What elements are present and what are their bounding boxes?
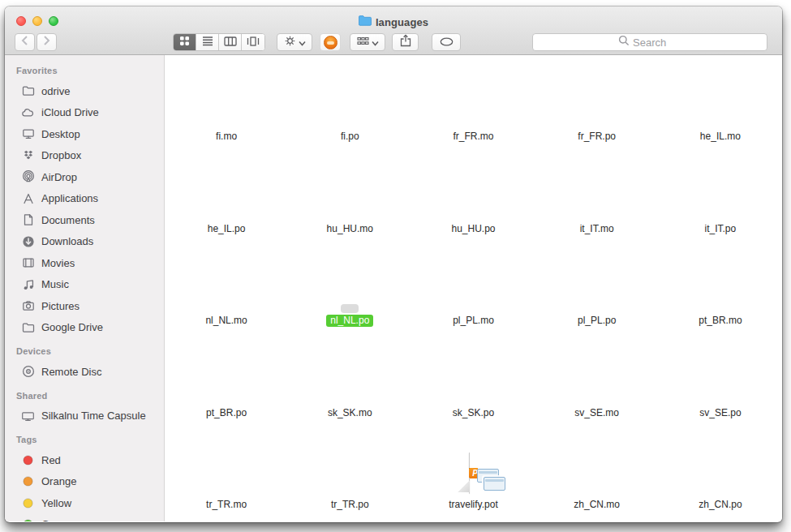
file-item-sv_SE.po[interactable]: À Ю sv_SE.po bbox=[659, 336, 782, 428]
sidebar-item-remote-disc[interactable]: Remote Disc bbox=[5, 361, 164, 383]
window-title-group: languages bbox=[359, 6, 428, 29]
file-item-fr_FR.po[interactable]: À Ю fr_FR.po bbox=[535, 59, 659, 152]
file-item-pt_BR.po[interactable]: À Ю pt_BR.po bbox=[165, 336, 288, 428]
file-item-sk_SK.mo[interactable]: sk_SK.mo bbox=[288, 336, 411, 428]
file-item-it_IT.po[interactable]: À Ю it_IT.po bbox=[659, 152, 782, 244]
sidebar-item-dropbox[interactable]: Dropbox bbox=[5, 145, 164, 167]
sidebar-item-red[interactable]: Red bbox=[5, 449, 164, 471]
file-icon-area bbox=[217, 59, 235, 129]
file-name-label: hu_HU.po bbox=[447, 223, 499, 235]
sidebar-item-orange[interactable]: Orange bbox=[5, 471, 164, 493]
file-icon-area bbox=[464, 59, 482, 129]
sidebar-item-desktop[interactable]: Desktop bbox=[5, 123, 164, 145]
sidebar-item-documents[interactable]: Documents bbox=[5, 209, 164, 231]
icon-view-button[interactable] bbox=[174, 34, 196, 50]
arrange-icon bbox=[357, 35, 369, 49]
sidebar-item-odrive[interactable]: odrive bbox=[5, 80, 164, 102]
file-item-nl_NL.po[interactable]: À Ю nl_NL.po bbox=[288, 243, 411, 336]
icon-box: P bbox=[460, 448, 487, 497]
view-switcher bbox=[173, 33, 265, 51]
sidebar-item-icloud-drive[interactable]: iCloud Drive bbox=[5, 102, 164, 124]
file-item-hu_HU.mo[interactable]: hu_HU.mo bbox=[288, 152, 411, 244]
file-item-sk_SK.po[interactable]: À Ю sk_SK.po bbox=[411, 336, 535, 428]
file-item-tr_TR.po[interactable]: À Ю tr_TR.po bbox=[288, 427, 411, 520]
file-name-label: sk_SK.po bbox=[449, 407, 498, 419]
file-item-tr_TR.mo[interactable]: tr_TR.mo bbox=[165, 427, 288, 520]
icon-box bbox=[711, 304, 729, 313]
file-item-sv_SE.mo[interactable]: sv_SE.mo bbox=[535, 336, 659, 428]
arrange-menu-button[interactable] bbox=[350, 33, 385, 51]
file-item-pt_BR.mo[interactable]: pt_BR.mo bbox=[659, 243, 782, 336]
main-area: FavoritesodriveiCloud DriveDesktopDropbo… bbox=[5, 55, 782, 521]
share-button[interactable] bbox=[392, 33, 419, 51]
orange-app-icon bbox=[324, 36, 337, 49]
file-item-pl_PL.mo[interactable]: pl_PL.mo bbox=[411, 243, 535, 336]
file-icon-area bbox=[588, 152, 606, 221]
file-item-it_IT.mo[interactable]: it_IT.mo bbox=[535, 152, 659, 244]
translation-window-back-icon bbox=[477, 469, 478, 483]
file-item-hu_HU.po[interactable]: À Ю hu_HU.po bbox=[411, 152, 535, 244]
chevron-right-icon bbox=[42, 35, 51, 49]
sidebar-item-music[interactable]: Music bbox=[5, 274, 164, 296]
icon-box bbox=[341, 212, 359, 221]
list-view-icon bbox=[202, 35, 213, 49]
file-item-zh_CN.mo[interactable]: zh_CN.mo bbox=[535, 427, 659, 520]
disc-icon bbox=[21, 365, 35, 379]
icon-box bbox=[711, 120, 729, 129]
file-item-pl_PL.po[interactable]: À Ю pl_PL.po bbox=[535, 243, 659, 336]
column-view-button[interactable] bbox=[219, 34, 242, 50]
action-menu-button[interactable] bbox=[277, 33, 312, 51]
search-input[interactable] bbox=[633, 36, 681, 49]
minimize-button[interactable] bbox=[32, 16, 42, 26]
file-item-fi.mo[interactable]: fi.mo bbox=[165, 59, 288, 152]
close-button[interactable] bbox=[16, 16, 26, 26]
file-item-he_IL.mo[interactable]: he_IL.mo bbox=[659, 59, 782, 152]
sidebar-item-label: AirDrop bbox=[41, 171, 77, 183]
file-item-zh_CN.po[interactable]: À Ю zh_CN.po bbox=[659, 427, 782, 520]
window-title: languages bbox=[376, 16, 428, 28]
file-icon-area: À Ю bbox=[341, 59, 359, 129]
file-name-label: sv_SE.mo bbox=[570, 407, 623, 419]
tags-button[interactable] bbox=[432, 33, 461, 51]
coverflow-view-button[interactable] bbox=[242, 34, 264, 50]
file-item-travelify.pot[interactable]: P travelify.pot bbox=[411, 427, 535, 520]
file-icon-area bbox=[711, 243, 729, 313]
zoom-button[interactable] bbox=[49, 16, 58, 26]
sidebar-item-label: odrive bbox=[41, 85, 70, 97]
search-field[interactable] bbox=[532, 33, 767, 51]
icon-box bbox=[588, 397, 606, 405]
file-item-he_IL.po[interactable]: À Ю he_IL.po bbox=[165, 152, 288, 244]
list-view-button[interactable] bbox=[196, 34, 219, 50]
document-icon bbox=[21, 213, 35, 227]
sidebar-item-downloads[interactable]: Downloads bbox=[5, 231, 164, 253]
tag-icon bbox=[440, 35, 454, 49]
sidebar-item-applications[interactable]: Applications bbox=[5, 188, 164, 210]
forward-button[interactable] bbox=[37, 33, 57, 51]
file-item-fr_FR.mo[interactable]: fr_FR.mo bbox=[411, 59, 535, 152]
sidebar-item-movies[interactable]: Movies bbox=[5, 252, 164, 274]
sidebar-item-yellow[interactable]: Yellow bbox=[5, 492, 164, 514]
file-grid: fi.mo À Ю fi.po fr_FR.mo À Ю fr_FR.po he… bbox=[165, 55, 782, 520]
file-item-nl_NL.mo[interactable]: nl_NL.mo bbox=[165, 243, 288, 336]
file-name-label: he_IL.po bbox=[204, 223, 250, 235]
file-name-label: zh_CN.po bbox=[694, 499, 746, 511]
sidebar-item-silkalnu-time-capsule[interactable]: Silkalnu Time Capsule bbox=[5, 405, 164, 427]
file-name-label: hu_HU.mo bbox=[323, 223, 377, 235]
app-shortcut-button[interactable] bbox=[320, 33, 341, 51]
sidebar-item-label: Remote Disc bbox=[41, 366, 101, 378]
file-icon-area bbox=[217, 243, 235, 313]
sidebar-item-label: Desktop bbox=[41, 128, 80, 140]
sidebar-item-google-drive[interactable]: Google Drive bbox=[5, 317, 164, 339]
cyrillic-character-glyph: Ю bbox=[371, 514, 385, 521]
file-icon-area: À Ю bbox=[711, 152, 729, 221]
file-item-fi.po[interactable]: À Ю fi.po bbox=[288, 59, 411, 152]
latin-character-glyph: À bbox=[728, 511, 737, 521]
sidebar-item-airdrop[interactable]: AirDrop bbox=[5, 166, 164, 188]
nav-buttons bbox=[15, 33, 57, 51]
sidebar-item-pictures[interactable]: Pictures bbox=[5, 295, 164, 317]
sidebar-item-label: Music bbox=[41, 278, 69, 290]
sidebar-item-green[interactable]: Green bbox=[5, 514, 164, 522]
back-button[interactable] bbox=[15, 33, 35, 51]
icon-box: À Ю bbox=[341, 120, 359, 129]
icon-box bbox=[217, 304, 235, 313]
